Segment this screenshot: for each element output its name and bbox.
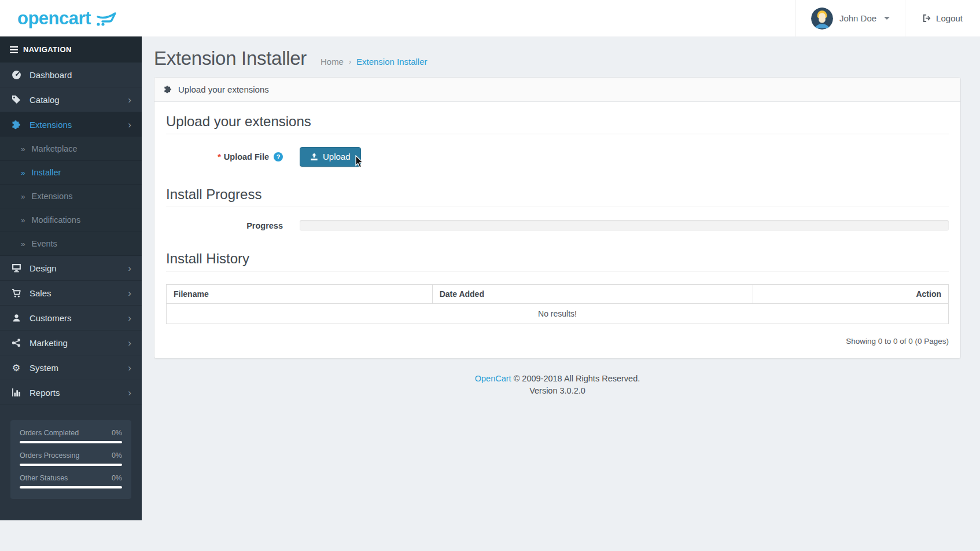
mouse-cursor [355,155,365,169]
navigation-header: NAVIGATION [0,36,142,63]
stat-progress-bar [20,486,122,488]
double-chevron-icon: » [21,145,25,153]
page-footer: OpenCart © 2009-2018 All Rights Reserved… [154,373,961,397]
sidebar-item-design[interactable]: Design › [0,256,142,281]
double-chevron-icon: » [21,216,25,225]
main-content: Extension Installer Home › Extension Ins… [142,36,980,551]
progress-row: Progress [166,220,949,231]
breadcrumb-current[interactable]: Extension Installer [356,57,428,67]
stat-other-statuses: Other Statuses 0% [20,474,122,488]
breadcrumb-home[interactable]: Home [320,57,344,67]
chevron-right-icon: › [128,338,131,348]
cart-icon [10,288,22,298]
gear-icon: ⚙ [10,362,22,373]
history-section-title: Install History [166,251,949,271]
logout-icon [923,14,931,23]
opencart-admin-page: opencart John Doe [0,0,980,551]
stat-orders-completed: Orders Completed 0% [20,429,122,443]
breadcrumb: Home › Extension Installer [320,57,428,67]
sidebar-item-extensions-sub[interactable]: » Extensions [0,185,142,208]
upload-file-label: * Upload File ? [166,152,300,161]
stat-label: Orders Processing [20,451,80,460]
copyright-line: OpenCart © 2009-2018 All Rights Reserved… [154,373,961,385]
install-progress-bar [300,220,949,231]
sidebar-item-catalog[interactable]: Catalog › [0,87,142,112]
sidebar-item-marketing[interactable]: Marketing › [0,330,142,355]
chevron-right-icon: › [128,288,131,298]
panel-body: Upload your extensions * Upload File ? [154,102,960,358]
avatar [811,8,833,30]
sidebar-column: NAVIGATION Dashboard [0,36,142,551]
user-name: John Doe [839,13,876,23]
sidebar-item-extensions[interactable]: Extensions › [0,112,142,137]
upload-button[interactable]: Upload [300,147,361,167]
table-empty-row: No results! [167,304,949,324]
dashboard-icon [10,70,22,80]
progress-section-title: Install Progress [166,186,949,207]
column-header-action: Action [753,285,948,304]
chevron-right-icon: › [128,388,131,398]
double-chevron-icon: » [21,240,25,248]
sidebar-item-system[interactable]: ⚙ System › [0,355,142,380]
progress-label: Progress [166,221,300,230]
installer-panel: Upload your extensions Upload your exten… [154,77,961,359]
sidebar-item-installer[interactable]: » Installer [0,161,142,185]
version-line: Version 3.0.2.0 [154,385,961,397]
no-results-cell: No results! [167,304,949,324]
stat-value: 0% [112,429,122,437]
column-header-filename: Filename [167,285,433,304]
sidebar-item-marketplace[interactable]: » Marketplace [0,137,142,161]
puzzle-icon [164,85,172,94]
bar-chart-icon [10,388,22,397]
menu-bars-icon [10,46,18,53]
panel-heading-title: Upload your extensions [178,85,269,94]
stat-progress-bar [20,441,122,443]
logout-label: Logout [936,13,963,23]
stat-value: 0% [112,451,122,460]
tag-icon [10,95,22,104]
sidebar-item-events[interactable]: » Events [0,232,142,256]
user-menu[interactable]: John Doe [795,0,905,36]
chevron-right-icon: › [128,363,131,373]
chevron-right-icon: › [128,313,131,323]
required-mark: * [218,152,221,161]
sidebar: NAVIGATION Dashboard [0,36,142,520]
chevron-right-icon: › [128,263,131,273]
chevron-down-icon [884,17,890,20]
double-chevron-icon: » [21,192,25,201]
results-summary: Showing 0 to 0 of 0 (0 Pages) [166,337,949,346]
stat-label: Orders Completed [20,429,79,437]
stat-progress-bar [20,464,122,466]
opencart-logo[interactable]: opencart [17,9,117,27]
upload-control: Upload [300,147,949,167]
breadcrumb-separator-icon: › [349,58,351,66]
double-chevron-icon: » [21,168,25,177]
page-header: Extension Installer Home › Extension Ins… [154,47,961,69]
upload-file-row: * Upload File ? [166,147,949,167]
sidebar-item-dashboard[interactable]: Dashboard [0,63,142,87]
panel-heading: Upload your extensions [154,78,960,102]
upload-section-title: Upload your extensions [166,113,949,134]
help-icon[interactable]: ? [274,152,283,161]
stat-label: Other Statuses [20,474,68,482]
stat-orders-processing: Orders Processing 0% [20,451,122,466]
logout-button[interactable]: Logout [905,0,980,36]
chevron-right-icon: › [128,120,131,130]
monitor-icon [10,263,22,273]
opencart-logo-text: opencart [17,9,91,27]
puzzle-icon [10,120,22,130]
upload-icon [310,153,318,161]
opencart-footer-link[interactable]: OpenCart [475,374,511,383]
page-title: Extension Installer [154,47,307,69]
opencart-cart-icon [94,11,117,26]
user-icon [10,314,22,322]
sidebar-item-customers[interactable]: Customers › [0,306,142,330]
header-right: John Doe Logout [795,0,980,36]
sidebar-menu: Dashboard Catalog › [0,63,142,405]
sidebar-item-modifications[interactable]: » Modifications [0,208,142,232]
sidebar-item-reports[interactable]: Reports › [0,380,142,405]
install-history-table: Filename Date Added Action No results! [166,284,949,324]
sidebar-item-sales[interactable]: Sales › [0,281,142,306]
sidebar-stats: Orders Completed 0% Orders Processing 0% [10,420,131,499]
table-header-row: Filename Date Added Action [167,285,949,304]
